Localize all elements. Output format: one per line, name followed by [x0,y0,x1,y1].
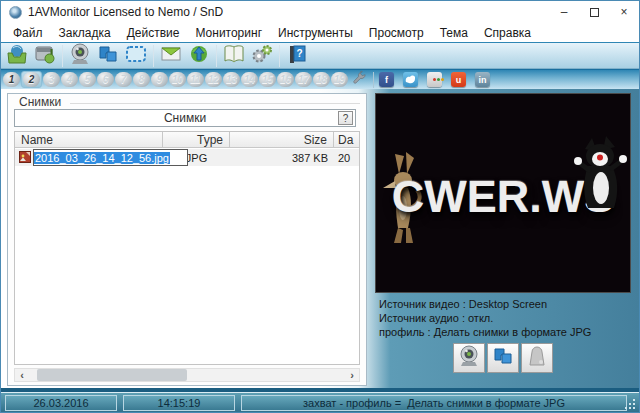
status-date: 26.03.2016 [5,395,117,411]
menu-tools[interactable]: Инструменты [270,26,361,40]
webcam-source-button[interactable] [66,44,94,68]
toolbar: ? [1,42,639,69]
webcam-capture-button[interactable] [453,343,485,373]
facebook-icon[interactable]: f [379,72,394,87]
filename-selected-text: 2016_03_26_14_12_56.jpg [34,152,170,164]
table-row[interactable]: 2016_03_26_14_12_56.jpg JPG 387 KB 20 [15,149,359,166]
tab-4[interactable]: 4 [61,72,78,87]
envelope-icon [159,43,183,69]
tab-19[interactable]: 19 [331,72,348,87]
file-date-cell: 20 [334,152,359,164]
stumbleupon-icon[interactable]: u [451,72,466,87]
tab-18[interactable]: 18 [313,72,330,87]
window-title: 1AVMonitor Licensed to Nemo / SnD [28,5,223,19]
capture-region-button[interactable] [122,44,150,68]
scrollbar-track[interactable] [29,369,345,381]
menu-view[interactable]: Просмотр [361,26,432,40]
menu-help[interactable]: Справка [476,26,539,40]
app-icon [9,6,22,19]
tab-13[interactable]: 13 [223,72,240,87]
menu-monitoring[interactable]: Мониторинг [187,26,270,40]
help-book-icon: ? [285,43,309,69]
toolbar-separator [153,45,154,67]
toolbar-separator [279,45,280,67]
send-email-button[interactable] [157,44,185,68]
scrollbar-thumb[interactable] [37,369,187,381]
snapshots-list-titlebar[interactable]: Снимки ? [14,109,356,127]
status-time: 14:15:19 [123,395,235,411]
tab-17[interactable]: 17 [295,72,312,87]
tab-5[interactable]: 5 [79,72,96,87]
menu-bar: Файл Закладка Действие Мониторинг Инстру… [1,23,639,42]
wrench-icon [352,70,367,89]
gears-icon [250,43,274,69]
tab-9[interactable]: 9 [151,72,168,87]
tab-2[interactable]: 2 [23,72,40,87]
linkedin-icon[interactable]: in [475,72,490,87]
scroll-right-arrow[interactable]: › [345,369,359,381]
close-button[interactable]: × [609,1,639,23]
log-book-button[interactable] [220,44,248,68]
column-header-size[interactable]: Size [230,132,334,147]
client-area: Снимки Снимки ? Name Type Size Da 20 [1,89,639,388]
sylvester-cartoon [574,132,628,218]
profile-line: профиль : Делать снимки в формате JPG [379,325,591,339]
web-upload-button[interactable] [185,44,213,68]
tab-1[interactable]: 1 [3,72,20,87]
column-header-name[interactable]: Name [15,132,163,147]
menu-action[interactable]: Действие [119,26,188,40]
webcam-icon [68,43,92,69]
file-list: Name Type Size Da 2016_03_26_14_12_56.jp… [14,131,360,365]
capture-tray-button[interactable] [3,44,31,68]
minimize-button[interactable]: – [549,1,579,23]
menu-file[interactable]: Файл [5,26,51,40]
file-size-cell: 387 KB [230,152,334,164]
svg-text:?: ? [296,48,302,59]
horizontal-scrollbar[interactable]: ‹ › [14,368,360,382]
maximize-button[interactable] [579,1,609,23]
snapshot-pages-icon [96,43,120,69]
capture-buttons [453,343,553,373]
video-source-line: Источник видео : Desktop Screen [379,297,591,311]
capture-tray-icon [5,43,29,69]
tab-12[interactable]: 12 [205,72,222,87]
strip-separator [373,72,374,88]
tab-8[interactable]: 8 [133,72,150,87]
title-bar: 1AVMonitor Licensed to Nemo / SnD – × [1,1,639,23]
list-help-button[interactable]: ? [338,111,353,125]
rename-edit-field[interactable]: 2016_03_26_14_12_56.jpg [33,149,188,166]
record-disabled-icon [525,344,549,372]
toolbar-separator [62,45,63,67]
tab-15[interactable]: 15 [259,72,276,87]
resize-grip[interactable] [633,407,635,409]
snapshots-list-title: Снимки [164,111,206,125]
status-message: захват - профиль = Делать снимки в форма… [241,395,627,411]
scroll-left-arrow[interactable]: ‹ [15,369,29,381]
column-header-type[interactable]: Type [163,132,230,147]
settings-button[interactable] [248,44,276,68]
take-snapshot-button[interactable] [94,44,122,68]
menu-theme[interactable]: Тема [432,26,476,40]
tab-11[interactable]: 11 [187,72,204,87]
menu-bookmark[interactable]: Закладка [51,26,119,40]
tab-10[interactable]: 10 [169,72,186,87]
media-library-button[interactable] [31,44,59,68]
help-button[interactable]: ? [283,44,311,68]
tab-2-selected[interactable]: 2 [21,71,42,88]
globe-upload-icon [187,43,211,69]
tab-6[interactable]: 6 [97,72,114,87]
tab-settings-button[interactable] [349,68,369,92]
image-file-icon [19,151,31,165]
media-library-icon [33,43,57,69]
tab-16[interactable]: 16 [277,72,294,87]
google-icon[interactable] [427,72,442,87]
column-header-date[interactable]: Da [334,132,359,147]
tab-3[interactable]: 3 [43,72,60,87]
tab-7[interactable]: 7 [115,72,132,87]
snapshots-panel: Снимки Снимки ? Name Type Size Da 20 [7,93,367,386]
tab-14[interactable]: 14 [241,72,258,87]
snapshot-button[interactable] [487,343,519,373]
twitter-icon[interactable] [403,72,418,87]
record-button-disabled[interactable] [521,343,553,373]
capture-info: Источник видео : Desktop Screen Источник… [379,297,591,339]
